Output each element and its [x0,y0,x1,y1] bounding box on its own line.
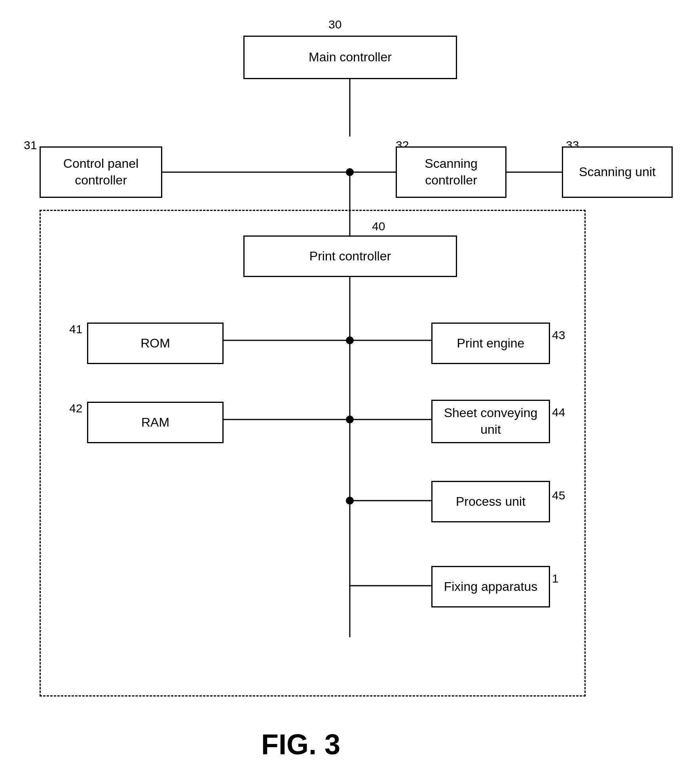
sheet-conveying-box: Sheet conveying unit [431,400,550,443]
svg-point-12 [346,168,354,176]
ref-43: 43 [552,328,565,342]
print-engine-box: Print engine [431,323,550,364]
diagram: 30 Main controller 31 Control panel cont… [0,0,700,782]
fixing-apparatus-box: Fixing apparatus [431,566,550,607]
ref-45: 45 [552,489,565,502]
ref-41: 41 [69,323,82,336]
ram-box: RAM [87,402,224,443]
scanning-controller-box: Scanning controller [396,146,507,198]
ref-31: 31 [24,139,37,152]
ref-44: 44 [552,406,565,419]
process-unit-box: Process unit [431,481,550,522]
ref-40: 40 [372,220,385,233]
ref-30: 30 [328,18,341,31]
print-controller-box: Print controller [243,235,457,277]
print-system-boundary [40,210,586,697]
ref-42: 42 [69,402,82,415]
scanning-unit-box: Scanning unit [562,146,673,198]
ref-1: 1 [552,572,559,585]
main-controller-box: Main controller [243,36,457,79]
figure-label: FIG. 3 [261,728,340,761]
control-panel-box: Control panel controller [40,146,162,198]
rom-box: ROM [87,323,224,364]
